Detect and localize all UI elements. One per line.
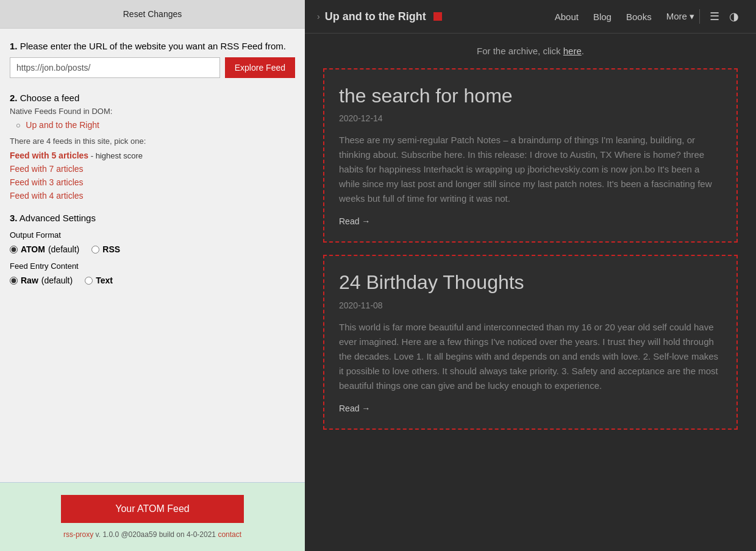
archive-link[interactable]: here — [563, 46, 582, 56]
nav-link-blog[interactable]: Blog — [593, 12, 612, 22]
step1-label: 1. Please enter the URL of the website y… — [10, 41, 295, 51]
step3-label: 3. Advanced Settings — [10, 213, 295, 223]
native-feeds-label: Native Feeds Found in DOM: — [10, 107, 295, 116]
entry-content-options: Raw (default)Text — [10, 276, 295, 285]
right-panel: › Up and to the Right AboutBlogBooksMore… — [305, 0, 756, 551]
left-panel: Reset Changes 1. Please enter the URL of… — [0, 0, 305, 551]
bottom-bar: Your ATOM Feed rss-proxy v. 1.0.0 @020aa… — [0, 482, 305, 551]
articles-container: the search for home2020-12-14These are m… — [323, 68, 738, 430]
url-input[interactable] — [10, 57, 220, 78]
read-more-link[interactable]: Read → — [339, 216, 370, 226]
feed-link[interactable]: Feed with 7 articles — [10, 164, 84, 174]
article-title: the search for home — [339, 84, 722, 107]
feed-link[interactable]: Feed with 4 articles — [10, 191, 84, 201]
read-more-link[interactable]: Read → — [339, 403, 370, 413]
archive-bar: For the archive, click here. — [323, 46, 738, 56]
feed-link[interactable]: Feed with 3 articles — [10, 177, 84, 187]
nav-link-about[interactable]: About — [555, 12, 579, 22]
article-date: 2020-11-08 — [339, 300, 722, 310]
right-header: › Up and to the Right AboutBlogBooksMore… — [305, 0, 756, 34]
reset-bar: Reset Changes — [0, 0, 305, 29]
nav-separator — [699, 9, 700, 24]
atom-feed-button[interactable]: Your ATOM Feed — [61, 495, 244, 523]
article-card: the search for home2020-12-14These are m… — [323, 68, 738, 243]
article-excerpt: This world is far more beautiful and int… — [339, 320, 722, 393]
score-badge: - highest score — [88, 151, 143, 160]
feed-list-item: Feed with 7 articles — [10, 164, 295, 174]
feed-list-item: Feed with 3 articles — [10, 177, 295, 187]
theme-toggle-button[interactable]: ◑ — [724, 7, 744, 26]
nav-link-books[interactable]: Books — [626, 12, 652, 22]
feed-list-item: Feed with 5 articles - highest score — [10, 151, 295, 160]
article-title: 24 Birthday Thoughts — [339, 271, 722, 294]
entry-option[interactable]: Raw (default) — [10, 276, 73, 285]
step2-label: 2. Choose a feed — [10, 93, 295, 103]
output-format-label: Output Format — [10, 230, 295, 240]
contact-link[interactable]: contact — [218, 530, 241, 539]
entry-option[interactable]: Text — [85, 276, 113, 285]
url-row: Explore Feed — [10, 57, 295, 78]
explore-feed-button[interactable]: Explore Feed — [225, 57, 295, 78]
site-title-area: › Up and to the Right — [317, 10, 442, 23]
nav-links: AboutBlogBooksMore ▾ — [555, 11, 694, 22]
version-line: rss-proxy v. 1.0.0 @020aa59 build on 4-0… — [12, 530, 293, 539]
nav-link-more[interactable]: More ▾ — [666, 11, 694, 22]
bullet-icon: ○ — [16, 121, 21, 130]
hamburger-menu-button[interactable]: ☰ — [705, 7, 724, 26]
format-option[interactable]: ATOM (default) — [10, 244, 79, 254]
feed-list-item: Feed with 4 articles — [10, 191, 295, 201]
left-content: 1. Please enter the URL of the website y… — [0, 29, 305, 482]
feed-count-label: There are 4 feeds in this site, pick one… — [10, 137, 295, 146]
rss-proxy-link[interactable]: rss-proxy — [63, 530, 93, 539]
feed-list: Feed with 5 articles - highest scoreFeed… — [10, 151, 295, 201]
output-format-options: ATOM (default)RSS — [10, 244, 295, 254]
format-option[interactable]: RSS — [91, 244, 120, 254]
feed-entry-label: Feed Entry Content — [10, 261, 295, 271]
site-name: Up and to the Right — [325, 10, 426, 23]
article-date: 2020-12-14 — [339, 113, 722, 123]
reset-changes-button[interactable]: Reset Changes — [123, 9, 182, 19]
article-card: 24 Birthday Thoughts2020-11-08This world… — [323, 255, 738, 429]
native-feed-link[interactable]: Up and to the Right — [26, 120, 99, 130]
breadcrumb-chevron-icon: › — [317, 12, 320, 21]
dropdown-arrow-icon: ▾ — [690, 11, 694, 21]
title-square-icon — [433, 12, 442, 21]
article-excerpt: These are my semi-regular Patch Notes – … — [339, 133, 722, 206]
feed-link[interactable]: Feed with 5 articles — [10, 151, 88, 160]
right-content: For the archive, click here. the search … — [305, 34, 756, 454]
